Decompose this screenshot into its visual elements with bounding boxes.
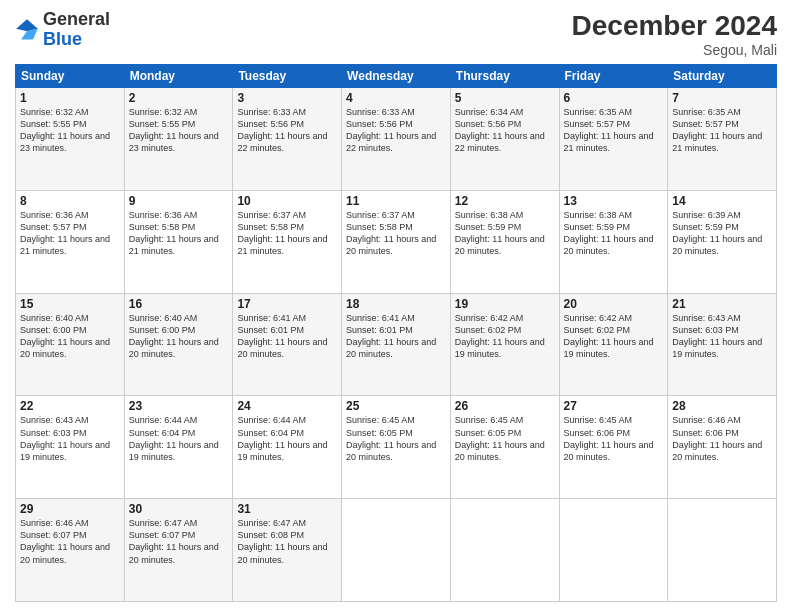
day-info: Sunrise: 6:41 AMSunset: 6:01 PMDaylight:… [346,312,446,361]
logo-blue: Blue [43,29,82,49]
calendar-cell: 27Sunrise: 6:45 AMSunset: 6:06 PMDayligh… [559,396,668,499]
day-info: Sunrise: 6:36 AMSunset: 5:57 PMDaylight:… [20,209,120,258]
day-info: Sunrise: 6:38 AMSunset: 5:59 PMDaylight:… [564,209,664,258]
calendar-cell: 7Sunrise: 6:35 AMSunset: 5:57 PMDaylight… [668,88,777,191]
weekday-header-monday: Monday [124,65,233,88]
day-number: 10 [237,194,337,208]
day-info: Sunrise: 6:44 AMSunset: 6:04 PMDaylight:… [237,414,337,463]
day-number: 24 [237,399,337,413]
day-info: Sunrise: 6:43 AMSunset: 6:03 PMDaylight:… [20,414,120,463]
calendar-cell: 18Sunrise: 6:41 AMSunset: 6:01 PMDayligh… [342,293,451,396]
calendar-cell: 14Sunrise: 6:39 AMSunset: 5:59 PMDayligh… [668,190,777,293]
calendar-cell: 25Sunrise: 6:45 AMSunset: 6:05 PMDayligh… [342,396,451,499]
calendar-cell: 24Sunrise: 6:44 AMSunset: 6:04 PMDayligh… [233,396,342,499]
day-number: 19 [455,297,555,311]
calendar-cell [668,499,777,602]
day-number: 16 [129,297,229,311]
day-info: Sunrise: 6:39 AMSunset: 5:59 PMDaylight:… [672,209,772,258]
day-number: 15 [20,297,120,311]
day-info: Sunrise: 6:43 AMSunset: 6:03 PMDaylight:… [672,312,772,361]
day-number: 17 [237,297,337,311]
page: General Blue December 2024 Segou, Mali S… [0,0,792,612]
day-number: 8 [20,194,120,208]
day-number: 7 [672,91,772,105]
weekday-header-wednesday: Wednesday [342,65,451,88]
calendar-cell: 17Sunrise: 6:41 AMSunset: 6:01 PMDayligh… [233,293,342,396]
day-info: Sunrise: 6:32 AMSunset: 5:55 PMDaylight:… [20,106,120,155]
weekday-header-friday: Friday [559,65,668,88]
calendar-cell: 11Sunrise: 6:37 AMSunset: 5:58 PMDayligh… [342,190,451,293]
day-info: Sunrise: 6:45 AMSunset: 6:05 PMDaylight:… [455,414,555,463]
day-info: Sunrise: 6:36 AMSunset: 5:58 PMDaylight:… [129,209,229,258]
title-block: December 2024 Segou, Mali [572,10,777,58]
day-number: 14 [672,194,772,208]
day-info: Sunrise: 6:46 AMSunset: 6:07 PMDaylight:… [20,517,120,566]
calendar-cell: 8Sunrise: 6:36 AMSunset: 5:57 PMDaylight… [16,190,125,293]
day-number: 11 [346,194,446,208]
day-info: Sunrise: 6:37 AMSunset: 5:58 PMDaylight:… [346,209,446,258]
day-number: 1 [20,91,120,105]
logo-general: General [43,9,110,29]
calendar-cell [342,499,451,602]
calendar-cell: 10Sunrise: 6:37 AMSunset: 5:58 PMDayligh… [233,190,342,293]
calendar-cell [559,499,668,602]
day-info: Sunrise: 6:38 AMSunset: 5:59 PMDaylight:… [455,209,555,258]
day-info: Sunrise: 6:46 AMSunset: 6:06 PMDaylight:… [672,414,772,463]
weekday-header-tuesday: Tuesday [233,65,342,88]
day-number: 27 [564,399,664,413]
day-number: 6 [564,91,664,105]
weekday-header-sunday: Sunday [16,65,125,88]
day-info: Sunrise: 6:33 AMSunset: 5:56 PMDaylight:… [346,106,446,155]
day-number: 21 [672,297,772,311]
day-info: Sunrise: 6:37 AMSunset: 5:58 PMDaylight:… [237,209,337,258]
calendar-cell: 12Sunrise: 6:38 AMSunset: 5:59 PMDayligh… [450,190,559,293]
day-number: 29 [20,502,120,516]
day-info: Sunrise: 6:41 AMSunset: 6:01 PMDaylight:… [237,312,337,361]
day-number: 13 [564,194,664,208]
day-number: 23 [129,399,229,413]
calendar-cell: 31Sunrise: 6:47 AMSunset: 6:08 PMDayligh… [233,499,342,602]
day-number: 28 [672,399,772,413]
day-info: Sunrise: 6:45 AMSunset: 6:05 PMDaylight:… [346,414,446,463]
day-info: Sunrise: 6:35 AMSunset: 5:57 PMDaylight:… [564,106,664,155]
calendar-cell: 19Sunrise: 6:42 AMSunset: 6:02 PMDayligh… [450,293,559,396]
location: Segou, Mali [572,42,777,58]
day-info: Sunrise: 6:42 AMSunset: 6:02 PMDaylight:… [455,312,555,361]
day-number: 25 [346,399,446,413]
calendar-cell: 2Sunrise: 6:32 AMSunset: 5:55 PMDaylight… [124,88,233,191]
calendar-week-4: 22Sunrise: 6:43 AMSunset: 6:03 PMDayligh… [16,396,777,499]
day-number: 2 [129,91,229,105]
day-info: Sunrise: 6:32 AMSunset: 5:55 PMDaylight:… [129,106,229,155]
calendar-cell: 4Sunrise: 6:33 AMSunset: 5:56 PMDaylight… [342,88,451,191]
day-info: Sunrise: 6:45 AMSunset: 6:06 PMDaylight:… [564,414,664,463]
logo-text: General Blue [43,10,110,50]
calendar: SundayMondayTuesdayWednesdayThursdayFrid… [15,64,777,602]
calendar-cell: 13Sunrise: 6:38 AMSunset: 5:59 PMDayligh… [559,190,668,293]
logo-icon [15,18,39,42]
weekday-header-thursday: Thursday [450,65,559,88]
day-info: Sunrise: 6:42 AMSunset: 6:02 PMDaylight:… [564,312,664,361]
header: General Blue December 2024 Segou, Mali [15,10,777,58]
day-info: Sunrise: 6:47 AMSunset: 6:07 PMDaylight:… [129,517,229,566]
calendar-week-1: 1Sunrise: 6:32 AMSunset: 5:55 PMDaylight… [16,88,777,191]
calendar-cell: 26Sunrise: 6:45 AMSunset: 6:05 PMDayligh… [450,396,559,499]
day-info: Sunrise: 6:40 AMSunset: 6:00 PMDaylight:… [129,312,229,361]
calendar-cell: 6Sunrise: 6:35 AMSunset: 5:57 PMDaylight… [559,88,668,191]
day-info: Sunrise: 6:40 AMSunset: 6:00 PMDaylight:… [20,312,120,361]
calendar-cell [450,499,559,602]
day-number: 5 [455,91,555,105]
calendar-cell: 16Sunrise: 6:40 AMSunset: 6:00 PMDayligh… [124,293,233,396]
calendar-cell: 5Sunrise: 6:34 AMSunset: 5:56 PMDaylight… [450,88,559,191]
calendar-cell: 15Sunrise: 6:40 AMSunset: 6:00 PMDayligh… [16,293,125,396]
weekday-header-saturday: Saturday [668,65,777,88]
calendar-cell: 1Sunrise: 6:32 AMSunset: 5:55 PMDaylight… [16,88,125,191]
logo: General Blue [15,10,110,50]
day-info: Sunrise: 6:33 AMSunset: 5:56 PMDaylight:… [237,106,337,155]
day-info: Sunrise: 6:35 AMSunset: 5:57 PMDaylight:… [672,106,772,155]
day-info: Sunrise: 6:47 AMSunset: 6:08 PMDaylight:… [237,517,337,566]
calendar-cell: 22Sunrise: 6:43 AMSunset: 6:03 PMDayligh… [16,396,125,499]
calendar-week-5: 29Sunrise: 6:46 AMSunset: 6:07 PMDayligh… [16,499,777,602]
day-number: 22 [20,399,120,413]
day-number: 26 [455,399,555,413]
calendar-cell: 9Sunrise: 6:36 AMSunset: 5:58 PMDaylight… [124,190,233,293]
